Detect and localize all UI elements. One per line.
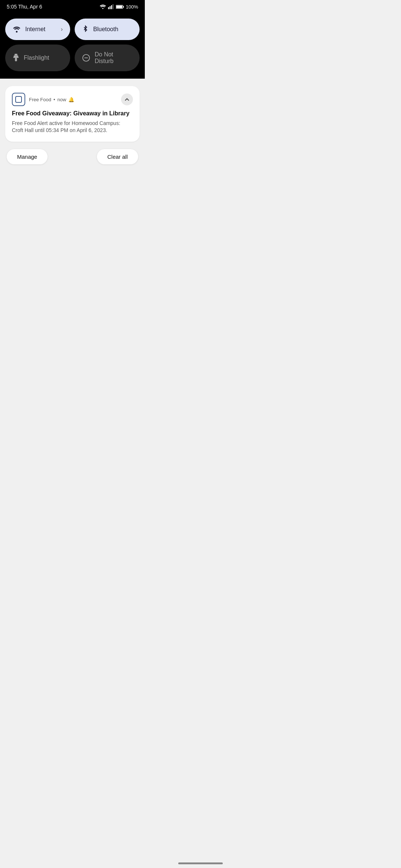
notif-app-icon-inner	[15, 96, 22, 103]
clear-all-button[interactable]: Clear all	[97, 149, 138, 164]
battery-percent: 100%	[126, 4, 138, 10]
wifi-tile-icon	[13, 26, 21, 33]
flashlight-tile-icon	[13, 54, 19, 62]
flashlight-tile[interactable]: Flashlight	[5, 45, 70, 71]
dnd-tile-icon	[82, 54, 90, 62]
battery-icon	[116, 4, 124, 9]
internet-tile-label: Internet	[25, 26, 45, 33]
bluetooth-tile-icon	[82, 25, 89, 33]
notification-body: Free Food Alert active for Homewood Camp…	[12, 120, 133, 134]
svg-rect-8	[14, 54, 17, 56]
dnd-tile-label: Do Not Disturb	[95, 51, 132, 65]
notif-bell-icon: 🔔	[68, 97, 74, 102]
notif-app-name: Free Food	[29, 97, 51, 102]
internet-arrow-icon: ›	[61, 26, 63, 33]
notifications-area: Free Food • now 🔔 Free Food Giveaway: Gi…	[0, 79, 145, 309]
svg-point-7	[16, 31, 18, 33]
quick-tiles: Internet › Bluetooth Flashlight	[0, 13, 145, 79]
notif-time: now	[58, 97, 66, 102]
action-bar: Manage Clear all	[5, 147, 140, 164]
status-time: 5:05 Thu, Apr 6	[7, 4, 42, 10]
svg-rect-5	[116, 6, 122, 8]
internet-tile[interactable]: Internet ›	[5, 19, 70, 40]
notif-app-icon	[12, 93, 25, 106]
signal-icon	[108, 4, 114, 9]
bluetooth-tile-label: Bluetooth	[93, 26, 118, 33]
svg-rect-1	[110, 6, 111, 9]
notification-title: Free Food Giveaway: Giveaway in Library	[12, 110, 133, 118]
svg-rect-9	[15, 58, 17, 61]
notification-card: Free Food • now 🔔 Free Food Giveaway: Gi…	[5, 86, 140, 142]
notification-header: Free Food • now 🔔	[12, 93, 133, 106]
notification-header-left: Free Food • now 🔔	[12, 93, 74, 106]
status-icons: 100%	[100, 4, 138, 10]
svg-rect-6	[123, 6, 124, 7]
notification-collapse-button[interactable]	[121, 93, 133, 105]
svg-rect-0	[108, 7, 109, 9]
wifi-icon	[100, 4, 106, 9]
flashlight-tile-label: Flashlight	[24, 55, 49, 61]
bluetooth-tile[interactable]: Bluetooth	[75, 19, 140, 40]
svg-rect-2	[111, 5, 112, 9]
manage-button[interactable]: Manage	[7, 149, 48, 164]
svg-rect-3	[113, 4, 114, 9]
notif-dot: •	[53, 97, 55, 102]
dnd-tile[interactable]: Do Not Disturb	[75, 45, 140, 71]
status-bar: 5:05 Thu, Apr 6 100%	[0, 0, 145, 13]
notif-meta: Free Food • now 🔔	[29, 97, 74, 102]
